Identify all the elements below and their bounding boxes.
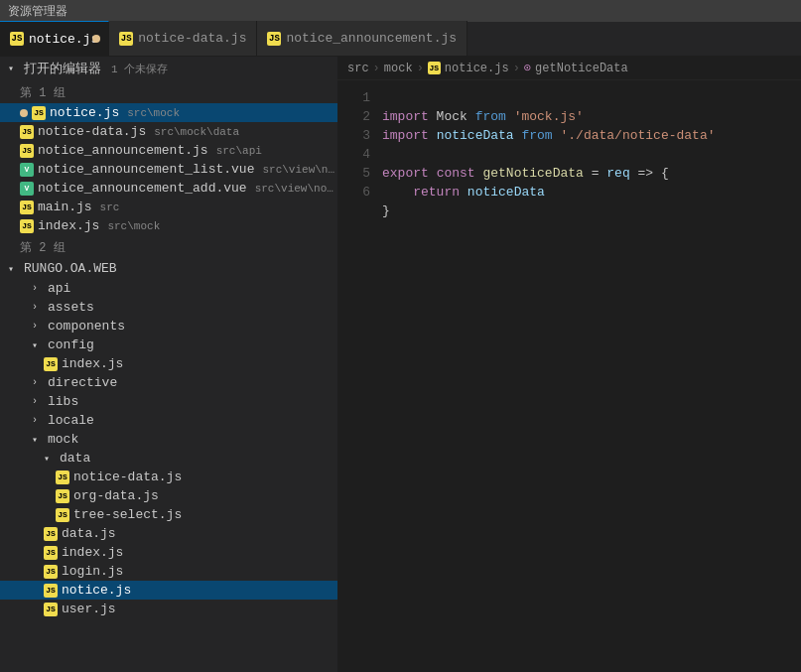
tree-api[interactable]: › api <box>0 279 337 298</box>
js-icon: JS <box>44 565 58 579</box>
file-name: notice.js <box>62 583 131 598</box>
chevron-icon: › <box>32 321 44 332</box>
folder-name: components <box>48 319 125 334</box>
tree-directive[interactable]: › directive <box>0 373 337 392</box>
tree-tree-select-js[interactable]: JS tree-select.js <box>0 505 337 524</box>
open-file-notice-add-vue[interactable]: V notice_announcement_add.vue src\view\n… <box>0 179 337 198</box>
file-name: data.js <box>62 526 116 541</box>
sidebar-scroll[interactable]: ▾ 打开的编辑器 1 个未保存 第 1 组 JS notice.js src\m… <box>0 57 337 672</box>
file-name: login.js <box>62 564 123 579</box>
chevron-icon: › <box>32 377 44 388</box>
file-name: notice.js <box>50 105 119 120</box>
group-2-label: 第 2 组 <box>0 235 337 258</box>
js-icon: JS <box>428 62 441 74</box>
js-icon: JS <box>10 32 24 46</box>
func-icon: ⊙ <box>524 61 531 75</box>
tree-config-index-js[interactable]: JS index.js <box>0 354 337 373</box>
file-name: tree-select.js <box>73 507 182 522</box>
tab-bar: JS notice.js JS notice-data.js JS notice… <box>0 22 801 57</box>
code-line-1: import Mock from 'mock.js' <box>382 109 584 124</box>
chevron-icon: ▾ <box>8 63 20 74</box>
js-icon: JS <box>56 489 69 503</box>
open-file-notice-data-js[interactable]: JS notice-data.js src\mock\data <box>0 122 337 141</box>
file-path: src\view\notic... <box>255 183 337 195</box>
chevron-icon: › <box>32 283 44 294</box>
chevron-icon: ▾ <box>32 434 44 446</box>
chevron-icon: ▾ <box>32 339 44 351</box>
js-icon: JS <box>44 546 58 560</box>
sidebar: ▾ 打开的编辑器 1 个未保存 第 1 组 JS notice.js src\m… <box>0 57 337 672</box>
chevron-icon: ▾ <box>8 263 20 275</box>
file-path: src\view\notice... <box>262 164 337 176</box>
code-area[interactable]: 1 2 3 4 5 6 import Mock from 'mock.js' i… <box>337 80 801 672</box>
chevron-icon: ▾ <box>44 453 56 465</box>
file-name: user.js <box>62 602 116 616</box>
js-icon: JS <box>44 527 58 541</box>
file-path: src <box>100 202 120 213</box>
tab-notice-announcement-js[interactable]: JS notice_announcement.js <box>257 21 467 56</box>
open-file-notice-announcement-js[interactable]: JS notice_announcement.js src\api <box>0 141 337 160</box>
js-icon: JS <box>44 584 58 598</box>
folder-name: config <box>48 337 94 352</box>
tree-notice-js[interactable]: JS notice.js <box>0 581 337 600</box>
tree-data-folder[interactable]: ▾ data <box>0 449 337 468</box>
open-file-notice-list-vue[interactable]: V notice_announcement_list.vue src\view\… <box>0 160 337 179</box>
tree-index-js[interactable]: JS index.js <box>0 543 337 562</box>
open-file-index-js[interactable]: JS index.js src\mock <box>0 216 337 235</box>
js-icon: JS <box>20 219 34 233</box>
sep-icon: › <box>513 62 520 75</box>
folder-name: assets <box>48 300 94 315</box>
breadcrumb: src › mock › JS notice.js › ⊙ getNoticeD… <box>337 57 801 80</box>
sep-icon: › <box>373 62 380 75</box>
open-file-main-js[interactable]: JS main.js src <box>0 198 337 216</box>
tree-notice-data-js[interactable]: JS notice-data.js <box>0 468 337 486</box>
js-icon: JS <box>56 470 69 484</box>
group-1-label: 第 1 组 <box>0 80 337 103</box>
js-icon: JS <box>44 357 58 371</box>
tree-config[interactable]: ▾ config <box>0 336 337 354</box>
tree-mock[interactable]: ▾ mock <box>0 430 337 449</box>
folder-name: data <box>60 451 90 466</box>
js-icon: JS <box>20 201 34 214</box>
code-line-5: return noticeData <box>382 185 545 200</box>
js-icon: JS <box>32 106 46 120</box>
tree-org-data-js[interactable]: JS org-data.js <box>0 486 337 505</box>
file-path: src\mock <box>107 220 160 232</box>
tree-components[interactable]: › components <box>0 317 337 336</box>
folder-name: api <box>48 281 70 296</box>
tree-login-js[interactable]: JS login.js <box>0 562 337 581</box>
chevron-icon: › <box>32 415 44 426</box>
file-name: index.js <box>62 356 123 371</box>
sep-icon: › <box>417 62 424 75</box>
js-icon: JS <box>119 32 133 46</box>
tab-label: notice.js <box>29 32 98 47</box>
code-line-2: import noticeData from './data/notice-da… <box>382 128 716 143</box>
tree-user-js[interactable]: JS user.js <box>0 600 337 618</box>
chevron-icon: › <box>32 396 44 407</box>
tab-label: notice-data.js <box>138 31 246 46</box>
tree-assets[interactable]: › assets <box>0 298 337 317</box>
js-icon: JS <box>44 603 58 616</box>
folder-name: locale <box>48 413 94 428</box>
file-path: src\mock <box>127 107 180 119</box>
file-name: notice_announcement.js <box>38 143 208 158</box>
vue-icon: V <box>20 163 34 177</box>
code-line-6: } <box>382 203 390 218</box>
tree-locale[interactable]: › locale <box>0 411 337 430</box>
project-root[interactable]: ▾ RUNGO.OA.WEB <box>0 258 337 279</box>
open-file-notice-js[interactable]: JS notice.js src\mock <box>0 103 337 122</box>
folder-name: directive <box>48 375 117 390</box>
tree-data-js[interactable]: JS data.js <box>0 524 337 543</box>
title-label: 资源管理器 <box>8 3 67 20</box>
main-content: ▾ 打开的编辑器 1 个未保存 第 1 组 JS notice.js src\m… <box>0 57 801 672</box>
js-icon: JS <box>20 125 34 139</box>
tab-notice-js[interactable]: JS notice.js <box>0 21 109 56</box>
file-name: notice_announcement_add.vue <box>38 181 247 196</box>
file-name: notice-data.js <box>38 124 146 139</box>
open-editors-header[interactable]: ▾ 打开的编辑器 1 个未保存 <box>0 57 337 80</box>
open-editors-label: 打开的编辑器 <box>24 60 101 77</box>
tree-libs[interactable]: › libs <box>0 392 337 411</box>
tab-notice-data-js[interactable]: JS notice-data.js <box>109 21 257 56</box>
breadcrumb-src: src <box>347 62 369 75</box>
project-label: RUNGO.OA.WEB <box>24 261 117 276</box>
